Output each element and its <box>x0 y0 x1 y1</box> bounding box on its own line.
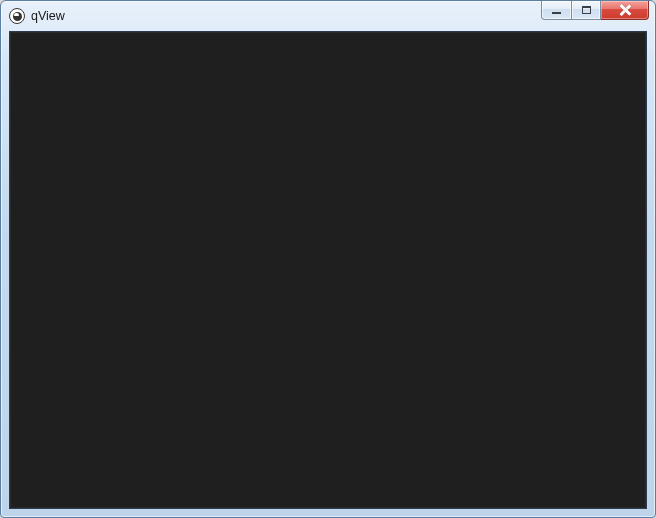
viewport[interactable] <box>9 31 647 509</box>
minimize-icon <box>552 11 561 14</box>
maximize-icon <box>582 6 591 14</box>
window-frame: qView <box>0 0 656 518</box>
titlebar[interactable]: qView <box>1 1 655 31</box>
qview-app-icon[interactable] <box>9 8 25 24</box>
window-title: qView <box>31 1 541 31</box>
app-icon-glyph <box>13 12 22 21</box>
minimize-button[interactable] <box>541 1 571 20</box>
close-icon <box>619 4 631 16</box>
maximize-button[interactable] <box>571 1 601 20</box>
window-controls <box>541 1 649 31</box>
close-button[interactable] <box>601 1 649 20</box>
